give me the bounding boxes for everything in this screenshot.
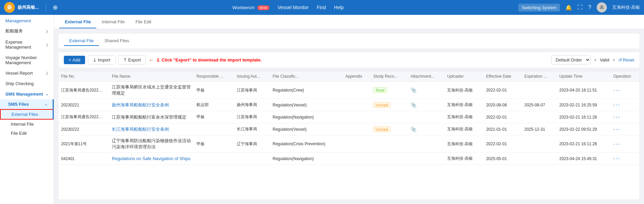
vessel-report-label: Vessel Report	[5, 71, 33, 76]
operation-dots[interactable]: ···	[613, 126, 620, 132]
tab-file-edit[interactable]: File Edit	[130, 16, 157, 28]
sidebar-item-sms-management[interactable]: SMS Management ⌄	[0, 89, 54, 99]
col-update-time: Update Time	[557, 71, 611, 82]
table-body: 江苏海事局通告2022年第4号 江苏海事局桥区水域水上交通安全监督管理规定 甲板…	[58, 82, 640, 165]
question-icon[interactable]: ?	[588, 4, 591, 10]
file-name-link[interactable]: 扬州海事局船舶航行安全条例	[112, 102, 169, 107]
col-file-class: File Classific...	[270, 71, 342, 82]
operation-dots[interactable]: ···	[613, 101, 620, 108]
cell-file-no: 20230222	[58, 123, 109, 135]
cell-responsible: 航运部	[194, 99, 234, 111]
cell-issuing-auth: 长江海事局	[234, 123, 270, 135]
cell-operation[interactable]: ···	[611, 153, 640, 165]
file-name-link[interactable]: Regulations on Safe Navigation of Ships	[112, 156, 190, 161]
table-row: 江苏海事局通告2022年第3号 江苏海事局船舶航行富余水深管理规定 甲板 江苏海…	[58, 111, 640, 123]
cell-issuing-auth: 扬州海事局	[234, 99, 270, 111]
order-select[interactable]: Default Order	[551, 55, 591, 65]
cell-operation[interactable]: ···	[611, 111, 640, 123]
internal-file-label: Internal File	[11, 122, 34, 127]
tab-external-file[interactable]: External File	[59, 16, 96, 28]
bell-icon[interactable]: 🔔	[565, 4, 572, 11]
vessel-monitor-nav-btn[interactable]: Vessel Monitor	[278, 5, 309, 10]
operation-dots[interactable]: ···	[613, 141, 620, 147]
attachment-clip-icon: 📎	[411, 127, 416, 132]
sidebar-item-sms-files[interactable]: SMS Files ⌄	[0, 99, 54, 109]
cell-operation[interactable]: ···	[611, 123, 640, 135]
export-label: Export	[128, 57, 141, 62]
col-responsible: Responsible ...	[194, 71, 234, 82]
cell-operation[interactable]: ···	[611, 82, 640, 99]
cell-attachment: 📎	[408, 123, 445, 135]
cell-operation[interactable]: ···	[611, 99, 640, 111]
cell-expiration	[522, 82, 557, 99]
cell-file-name[interactable]: Regulations on Safe Navigation of Ships	[109, 153, 194, 165]
operation-dots[interactable]: ···	[613, 113, 620, 120]
nav-right: Switching System 🔔 ⛶ ? 高 互海科技-高银	[518, 2, 640, 12]
sidebar-item-file-edit[interactable]: File Edit	[0, 129, 54, 138]
export-icon: ⤒	[123, 57, 127, 62]
cell-operation[interactable]: ···	[611, 135, 640, 153]
cell-study-reco: Unread	[370, 123, 408, 135]
cell-update-time: 2023-04-24 15:49:31	[557, 153, 611, 165]
sms-files-label: SMS Files	[8, 102, 29, 107]
cell-effective-date: 2020-08-08	[483, 99, 521, 111]
file-name-text: 江苏海事局桥区水域水上交通安全监督管理规定	[112, 84, 191, 96]
cell-file-name[interactable]: 扬州海事局船舶航行安全条例	[109, 99, 194, 111]
col-expiration: Expiration ...	[522, 71, 557, 82]
col-study-reco: Study Reco...	[370, 71, 408, 82]
operation-dots[interactable]: ···	[613, 87, 620, 94]
cell-issuing-auth: 辽宁海事局	[234, 135, 270, 153]
table-header: File No. File Name Responsible ... Issui…	[58, 71, 640, 82]
sidebar-item-voyage-number[interactable]: Voyage Number Management	[0, 52, 54, 68]
file-name-link[interactable]: 长江海事局船舶航行安全条例	[112, 127, 169, 132]
cell-file-name[interactable]: 长江海事局船舶航行安全条例	[109, 123, 194, 135]
cell-update-time: 2023-04-20 18:11:51	[557, 82, 611, 99]
sidebar-item-expense-management[interactable]: Expense Management ❯	[0, 37, 54, 52]
order-arrow-icon: ▼	[593, 58, 597, 62]
external-files-container: External Files → 1.Click in turn to ente…	[0, 109, 54, 120]
import-button[interactable]: ⤓ Import	[88, 55, 115, 65]
valid-label: Valid	[600, 57, 609, 62]
file-edit-label: File Edit	[11, 131, 27, 136]
add-button[interactable]: + Add	[64, 56, 85, 64]
cell-file-no: 2021年第11号	[58, 135, 109, 153]
sidebar-item-vessel-report[interactable]: Vessel Report ❯	[0, 68, 54, 78]
tab-internal-file[interactable]: Internal File	[96, 16, 130, 28]
cell-file-no: 江苏海事局通告2022年第4号	[58, 82, 109, 99]
export-button[interactable]: ⤒ Export	[118, 55, 146, 65]
cell-effective-date: 2022-02-01	[483, 111, 521, 123]
cell-appendix	[343, 99, 371, 111]
sub-tab-shared-files[interactable]: Shared Files	[99, 36, 134, 46]
sms-management-label: SMS Management	[5, 92, 43, 97]
header-row: File No. File Name Responsible ... Issui…	[58, 71, 640, 82]
cell-expiration: 2025-08-07	[522, 99, 557, 111]
cell-file-name[interactable]: 辽宁海事局防治船舶污染物接收作业活动污染海洋环境管理办法	[109, 135, 194, 153]
sidebar-item-vessel-service[interactable]: 船舶服务 ❯	[0, 25, 54, 37]
sidebar-item-internal-file[interactable]: Internal File	[0, 120, 54, 129]
sub-tab-external-file[interactable]: External File	[64, 36, 99, 46]
cell-file-name[interactable]: 江苏海事局船舶航行富余水深管理规定	[109, 111, 194, 123]
fullscreen-icon[interactable]: ⛶	[577, 4, 583, 10]
switching-system-btn[interactable]: Switching System	[518, 4, 560, 11]
sidebar-item-ship-checking[interactable]: Ship Checking	[0, 78, 54, 89]
ship-checking-label: Ship Checking	[5, 81, 34, 86]
reset-button[interactable]: ↺ Reset	[618, 57, 634, 62]
find-nav-btn[interactable]: Find	[317, 5, 326, 10]
cell-file-name[interactable]: 江苏海事局桥区水域水上交通安全监督管理规定	[109, 82, 194, 99]
tab-bar: External File Internal File File Edit	[54, 15, 644, 29]
sidebar-item-external-files[interactable]: External Files	[0, 109, 54, 120]
operation-dots[interactable]: ···	[613, 155, 620, 162]
back-icon[interactable]: ⊕	[53, 4, 58, 11]
workbench-nav-btn[interactable]: Workbench 8934	[232, 5, 269, 10]
cell-file-no: 042401	[58, 153, 109, 165]
arrow-annotation-icon: ←	[149, 57, 154, 63]
col-uploader: Uploader	[444, 71, 483, 82]
app-logo: 扬 扬州高银...	[4, 2, 39, 13]
sub-tab-external-label: External File	[69, 38, 94, 43]
cell-appendix	[343, 82, 371, 99]
cell-issuing-auth	[234, 153, 270, 165]
col-file-no: File No.	[58, 71, 109, 82]
avatar: 高	[597, 2, 607, 12]
user-name-label: 互海科技-高银	[612, 4, 640, 10]
help-nav-btn[interactable]: Help	[334, 5, 344, 10]
